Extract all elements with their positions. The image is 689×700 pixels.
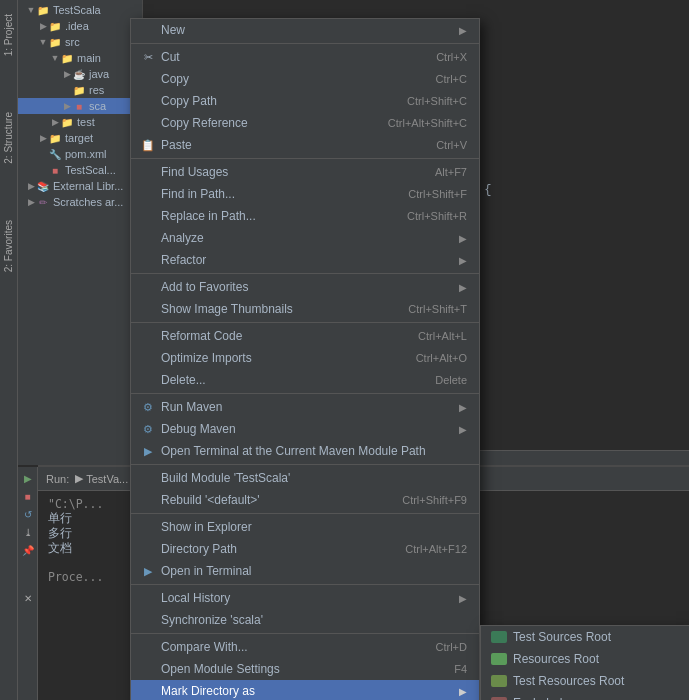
menu-item-find-usages[interactable]: Find Usages Alt+F7 [131,161,479,183]
menu-open-terminal-label: Open in Terminal [161,564,467,578]
menu-item-refactor[interactable]: Refactor ▶ [131,249,479,271]
tree-scala-label: sca [89,100,106,112]
sidebar-tab-structure[interactable]: 2: Structure [1,108,16,168]
tree-arrow-scratch: ▶ [26,197,36,207]
menu-item-favorites[interactable]: Add to Favorites ▶ [131,276,479,298]
menu-item-paste[interactable]: 📋 Paste Ctrl+V [131,134,479,156]
copy-shortcut: Ctrl+C [436,73,467,85]
menu-item-run-maven[interactable]: ⚙ Run Maven ▶ [131,396,479,418]
menu-item-debug-maven[interactable]: ⚙ Debug Maven ▶ [131,418,479,440]
tree-scratches-label: Scratches ar... [53,196,123,208]
menu-item-copy[interactable]: Copy Ctrl+C [131,68,479,90]
menu-item-thumbnails[interactable]: Show Image Thumbnails Ctrl+Shift+T [131,298,479,320]
tree-test[interactable]: ▶ 📁 test [18,114,142,130]
menu-item-build[interactable]: Build Module 'TestScala' [131,467,479,489]
run-scroll-btn[interactable]: ⤓ [21,525,35,539]
tree-external-libs[interactable]: ▶ 📚 External Libr... [18,178,142,194]
menu-debug-maven-label: Debug Maven [161,422,453,436]
mark-dir-arrow: ▶ [459,686,467,697]
sep-3 [131,273,479,274]
tree-arrow-test: ▶ [50,117,60,127]
menu-analyze-label: Analyze [161,231,453,245]
menu-item-optimize[interactable]: Optimize Imports Ctrl+Alt+O [131,347,479,369]
menu-item-reformat[interactable]: Reformat Code Ctrl+Alt+L [131,325,479,347]
tree-testscala[interactable]: ▶ ■ TestScal... [18,162,142,178]
menu-mark-dir-label: Mark Directory as [161,684,453,698]
src-icon: 📁 [48,35,62,49]
menu-item-compare[interactable]: Compare With... Ctrl+D [131,636,479,658]
tree-arrow-idea: ▶ [38,21,48,31]
menu-item-terminal-maven[interactable]: ▶ Open Terminal at the Current Maven Mod… [131,440,479,462]
menu-item-copy-path[interactable]: Copy Path Ctrl+Shift+C [131,90,479,112]
tree-pom[interactable]: ▶ 🔧 pom.xml [18,146,142,162]
menu-item-open-terminal[interactable]: ▶ Open in Terminal [131,560,479,582]
run-tab-label[interactable]: TestVa... [86,473,128,485]
menu-item-replace-path[interactable]: Replace in Path... Ctrl+Shift+R [131,205,479,227]
menu-delete-label: Delete... [161,373,415,387]
tree-arrow-src: ▼ [38,37,48,47]
run-rerun-btn[interactable]: ↺ [21,507,35,521]
tree-res[interactable]: ▶ 📁 res [18,82,142,98]
menu-item-find-path[interactable]: Find in Path... Ctrl+Shift+F [131,183,479,205]
sep-1 [131,43,479,44]
menu-thumbnails-label: Show Image Thumbnails [161,302,388,316]
tree-java[interactable]: ▶ ☕ java [18,66,142,82]
menu-reformat-label: Reformat Code [161,329,398,343]
sidebar-tab-favorites[interactable]: 2: Favorites [1,216,16,276]
cut-shortcut: Ctrl+X [436,51,467,63]
menu-item-dir-path[interactable]: Directory Path Ctrl+Alt+F12 [131,538,479,560]
menu-item-show-explorer[interactable]: Show in Explorer [131,516,479,538]
tree-res-label: res [89,84,104,96]
sep-7 [131,513,479,514]
menu-item-delete[interactable]: Delete... Delete [131,369,479,391]
run-maven-arrow: ▶ [459,402,467,413]
menu-replace-path-label: Replace in Path... [161,209,387,223]
paste-shortcut: Ctrl+V [436,139,467,151]
optimize-shortcut: Ctrl+Alt+O [416,352,467,364]
menu-item-local-history[interactable]: Local History ▶ [131,587,479,609]
menu-local-history-label: Local History [161,591,453,605]
local-history-arrow: ▶ [459,593,467,604]
tree-scala[interactable]: ▶ ■ sca [18,98,142,114]
ide-container: 1: Project 2: Structure 2: Favorites ▼ 📁… [0,0,689,700]
compare-shortcut: Ctrl+D [436,641,467,653]
tree-main[interactable]: ▼ 📁 main [18,50,142,66]
tree-target-label: target [65,132,93,144]
menu-item-cut[interactable]: ✂ Cut Ctrl+X [131,46,479,68]
menu-rebuild-label: Rebuild '<default>' [161,493,382,507]
run-label: Run: [46,473,69,485]
run-tab-icon: ▶ [75,472,83,485]
paste-icon: 📋 [139,139,157,152]
run-pin-btn[interactable]: 📌 [21,543,35,557]
menu-item-sync-scala[interactable]: Synchronize 'scala' [131,609,479,631]
terminal-maven-icon: ▶ [139,445,157,458]
rebuild-shortcut: Ctrl+Shift+F9 [402,494,467,506]
menu-item-mark-dir[interactable]: Mark Directory as ▶ [131,680,479,700]
menu-item-new[interactable]: New ▶ [131,19,479,41]
tree-ext-label: External Libr... [53,180,123,192]
tree-src[interactable]: ▼ 📁 src [18,34,142,50]
run-stop-btn[interactable]: ■ [21,489,35,503]
pom-icon: 🔧 [48,147,62,161]
menu-item-module-settings[interactable]: Open Module Settings F4 [131,658,479,680]
sidebar-tab-project[interactable]: 1: Project [1,10,16,60]
debug-maven-icon: ⚙ [139,423,157,436]
tree-arrow-root: ▼ [26,5,36,15]
menu-cut-label: Cut [161,50,416,64]
run-close-btn[interactable]: ✕ [21,591,35,605]
tree-root[interactable]: ▼ 📁 TestScala [18,2,142,18]
sep-8 [131,584,479,585]
menu-item-copy-ref[interactable]: Copy Reference Ctrl+Alt+Shift+C [131,112,479,134]
project-icon: 📁 [36,3,50,17]
tree-idea[interactable]: ▶ 📁 .idea [18,18,142,34]
replace-path-shortcut: Ctrl+Shift+R [407,210,467,222]
delete-shortcut: Delete [435,374,467,386]
menu-item-analyze[interactable]: Analyze ▶ [131,227,479,249]
dir-path-shortcut: Ctrl+Alt+F12 [405,543,467,555]
tree-target[interactable]: ▶ 📁 target [18,130,142,146]
menu-item-rebuild[interactable]: Rebuild '<default>' Ctrl+Shift+F9 [131,489,479,511]
tree-scratches[interactable]: ▶ ✏ Scratches ar... [18,194,142,210]
refactor-arrow: ▶ [459,255,467,266]
run-play-btn[interactable]: ▶ [21,471,35,485]
sep-6 [131,464,479,465]
